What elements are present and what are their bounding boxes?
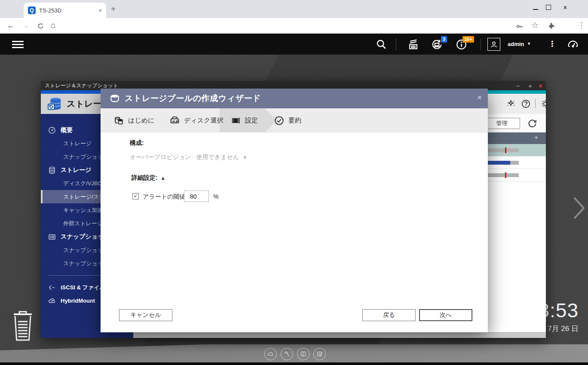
overprovision-label: オーバープロビジョン: <box>130 153 193 161</box>
recycle-bin-icon[interactable] <box>11 310 34 345</box>
settings-gear-icon[interactable] <box>540 99 546 109</box>
disk-step-icon <box>169 115 180 126</box>
sync-badge: 3 <box>441 36 447 43</box>
wizard-wand-icon[interactable] <box>506 99 516 109</box>
browser-tab[interactable]: Q TS-253D × <box>24 3 106 18</box>
browser-menu-kebab-icon[interactable]: ⋮ <box>578 21 585 30</box>
desktop-bottom-bar <box>0 362 588 365</box>
main-menu-hamburger-icon[interactable] <box>12 39 24 50</box>
search-icon[interactable] <box>376 39 387 50</box>
extensions-puzzle-icon[interactable] <box>548 22 555 30</box>
add-pool-button[interactable]: + <box>534 134 538 141</box>
browser-toolbar: ← → ⌂ 保護されていない通信 192.168.10.10:8080/cgi-… <box>0 18 588 34</box>
window-minimize-button[interactable]: − <box>516 82 520 89</box>
key-icon[interactable] <box>516 23 523 30</box>
bookmark-star-icon[interactable]: ☆ <box>531 20 539 30</box>
admin-caret-icon: ▾ <box>528 41 530 46</box>
wizard-title-bar[interactable]: ストレージプールの作成ウィザード × <box>101 89 488 108</box>
alert-threshold-input[interactable] <box>184 190 209 202</box>
qnap-favicon: Q <box>28 6 36 14</box>
browser-tab-title: TS-253D <box>39 7 95 14</box>
advanced-settings-row[interactable]: 詳細設定: ▲ <box>132 174 165 182</box>
advanced-caret-icon: ▲ <box>161 175 165 181</box>
reload-icon[interactable] <box>37 22 44 30</box>
check-circle-step-icon <box>274 115 285 126</box>
step-summary: 要約 <box>274 108 301 132</box>
storage-pool-wizard-dialog: ストレージプールの作成ウィザード × はじめに ディスク選択 <box>101 89 488 332</box>
window-status-bar <box>133 332 546 338</box>
pools-step-icon <box>113 115 124 126</box>
dashboard-gauge-icon[interactable] <box>567 38 579 51</box>
gauge-icon <box>48 126 56 135</box>
advanced-settings-label: 詳細設定: <box>132 174 158 182</box>
background-tasks-icon[interactable] <box>407 38 420 50</box>
browser-maximize-button[interactable] <box>546 4 551 12</box>
utilities-hammer-icon[interactable] <box>281 348 293 360</box>
notification-badge: 10+ <box>462 36 474 43</box>
browser-tab-strip: Q TS-253D × + × <box>0 0 588 18</box>
wizard-close-icon[interactable]: × <box>477 93 482 102</box>
alert-threshold-checkbox[interactable]: ✓ <box>132 193 139 199</box>
browser-close-button[interactable]: × <box>559 4 572 12</box>
alert-threshold-unit: % <box>213 193 218 200</box>
cloud-mount-icon <box>48 297 56 305</box>
pool-icon <box>109 93 120 104</box>
alert-threshold-label: アラートの閾値 <box>143 193 185 201</box>
next-button[interactable]: 次へ <box>419 309 472 321</box>
forward-icon[interactable]: → <box>21 21 29 30</box>
step-getting-started: はじめに <box>113 108 154 132</box>
tutorial-book-icon[interactable] <box>297 348 309 360</box>
user-avatar-icon[interactable] <box>487 38 500 51</box>
screen: Q TS-253D × + × ← → ⌂ 保護されていない通信 192.168… <box>0 0 588 365</box>
window-close-button[interactable]: × <box>539 82 542 89</box>
window-maximize-button[interactable]: + <box>528 82 532 89</box>
back-icon[interactable]: ← <box>7 21 15 30</box>
help-icon[interactable] <box>521 99 531 109</box>
back-button[interactable]: 戻る <box>362 309 416 321</box>
browser-minimize-button[interactable] <box>533 4 538 12</box>
wizard-steps-bar: はじめに ディスク選択 設定 要約 <box>101 108 488 132</box>
feedback-note-icon[interactable] <box>313 348 326 360</box>
sliders-step-icon <box>230 115 241 126</box>
next-page-chevron-icon[interactable] <box>571 194 587 222</box>
home-icon[interactable]: ⌂ <box>51 21 55 30</box>
qnap-top-bar: ストレージ＆スナッ... × 3 10+ admin ▾ ⋮ <box>0 34 588 55</box>
new-tab-button[interactable]: + <box>111 4 116 14</box>
step-disk-selection: ディスク選択 <box>169 108 223 132</box>
disks-icon <box>48 166 56 175</box>
admin-user-menu[interactable]: admin <box>508 41 524 47</box>
storage-app-icon <box>47 96 62 112</box>
qnap-more-kebab-icon[interactable]: ⋮ <box>548 39 556 49</box>
refresh-icon[interactable] <box>527 117 538 129</box>
iscsi-icon <box>48 283 56 292</box>
overprovision-row: オーバープロビジョン: 使用できません ▼ <box>130 153 247 161</box>
snapshot-camera-icon <box>48 233 56 241</box>
config-label: 構成: <box>130 139 144 147</box>
window-title: ストレージ＆スナップショット <box>45 82 118 89</box>
step-configure-active: 設定 <box>230 108 258 132</box>
cancel-button[interactable]: キャンセル <box>119 309 172 321</box>
manage-button[interactable]: 管理 <box>484 118 520 129</box>
tab-close-icon[interactable]: × <box>98 7 102 14</box>
myqnapcloud-icon[interactable] <box>264 348 277 360</box>
overprovision-value: 使用できません <box>196 153 239 161</box>
wizard-title: ストレージプールの作成ウィザード <box>125 93 261 104</box>
overprovision-caret-icon[interactable]: ▼ <box>242 155 247 160</box>
